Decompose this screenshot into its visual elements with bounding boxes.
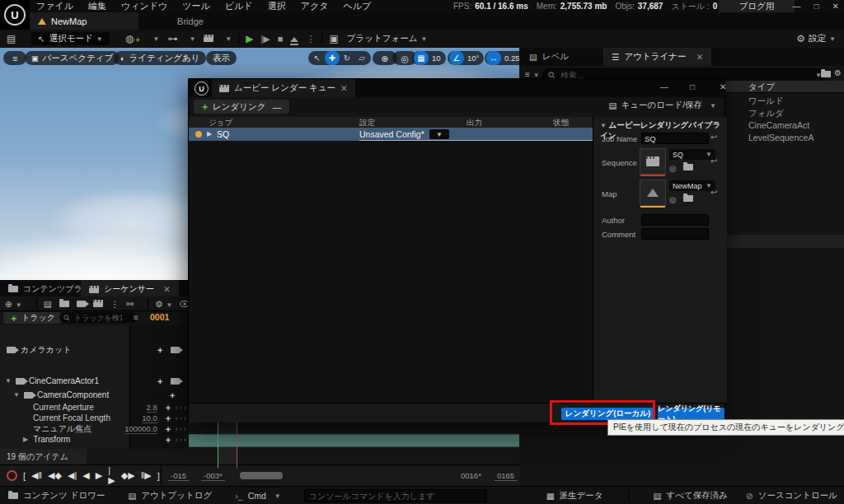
author-input[interactable] [641,214,709,226]
scale-snap-icon[interactable]: ↔ [486,51,501,65]
content-drawer-button[interactable]: コンテンツ ドロワー [8,490,105,502]
job-config-link[interactable]: Unsaved Config* [359,129,424,139]
keyframe-nav[interactable]: ‹◦› [176,414,188,422]
console-command-input[interactable] [304,489,487,502]
track-cameracomponent[interactable]: ▼ CameraComponent ＋ [0,389,188,401]
expander-icon[interactable]: ▶ [23,436,28,443]
reset-icon[interactable]: ↩ [710,133,717,142]
minimize-icon[interactable]: — [793,2,801,11]
step-back-frames-icon[interactable]: ◀‖ [31,470,42,481]
track-manual-focus-distance[interactable]: マニュアル焦点距離 (フ 100000.0 ＋ ‹◦› [0,423,188,434]
queue-job-row[interactable]: ▶ SQ Unsaved Config* ▼ [189,128,593,141]
track-camera-cuts[interactable]: カメラカット ＋ [0,343,188,357]
add-section-icon[interactable]: ＋ [156,376,164,387]
minimize-icon[interactable]: — [660,82,668,91]
add-actor-icon[interactable]: ◍＋ [125,33,141,45]
close-tab-icon[interactable]: ✕ [696,52,703,62]
menu-select[interactable]: 選択 [268,0,286,12]
maximize-icon[interactable]: □ [690,82,695,91]
mrq-tab[interactable]: ムービー レンダー キュー ✕ [212,79,355,97]
record-icon[interactable] [7,470,17,481]
step-forward-icon[interactable]: |▶ [108,465,115,486]
play-reverse-icon[interactable]: ◀ [82,470,89,481]
tab-bridge[interactable]: Bridge [153,12,227,30]
settings-dropdown[interactable]: ⚙ 設定▼ [796,32,836,45]
outliner-settings-gear-icon[interactable]: ⚙ [834,68,842,77]
menu-actor[interactable]: アクタ [301,0,329,12]
menu-tools[interactable]: ツール [182,0,210,12]
expander-icon[interactable]: ▼ [5,377,12,385]
goto-end-icon[interactable]: ] [157,471,160,481]
add-camera-cut-icon[interactable]: ＋ [156,344,164,356]
show-dropdown[interactable]: 表示 [206,51,237,65]
keyframe-nav[interactable]: ‹◦› [176,425,188,433]
step-forward-frames-icon[interactable]: ‖▶ [141,470,152,481]
menu-help[interactable]: ヘルプ [343,0,371,12]
focal-length-value[interactable]: 10.0 [142,413,157,423]
goto-start-icon[interactable]: [ [23,471,26,481]
use-selected-asset-icon[interactable]: ◎ [669,164,677,173]
sequence-thumbnail[interactable] [640,148,666,175]
aperture-value[interactable]: 2.8 [147,403,157,413]
close-tab-icon[interactable]: ✕ [163,284,171,294]
angle-snap-value[interactable]: 10° [464,54,482,63]
add-key-icon[interactable]: ＋ [164,402,172,413]
mrq-titlebar[interactable]: U ムービー レンダー キュー ✕ — □ ✕ [189,79,724,97]
add-key-icon[interactable]: ＋ [164,434,172,446]
tab-sequencer[interactable]: シーケンサー ✕ [81,280,179,298]
cinematics-icon[interactable] [204,33,213,44]
sequence-browse-globe-icon[interactable]: ⊕▼ [5,299,22,309]
add-track-button[interactable]: ＋トラック [3,312,61,324]
derived-data-button[interactable]: ▦ 派生データ [546,490,603,502]
add-render-job-button[interactable]: ＋レンダリング [194,100,272,114]
view-mode-dropdown[interactable]: ◐ ライティングあり [114,51,206,65]
select-tool-icon[interactable]: ↖ [310,51,325,65]
track-current-aperture[interactable]: Current Aperture 2.8 ＋ ‹◦› [0,402,188,413]
expander-icon[interactable]: ▼ [13,391,20,399]
browse-to-asset-icon[interactable] [683,164,693,170]
menu-edit[interactable]: 編集 [88,0,106,12]
keyframe-nav[interactable]: ‹◦› [176,436,188,444]
play-options-kebab-icon[interactable]: ⋮ [306,34,315,44]
add-property-icon[interactable]: ＋ [168,390,176,401]
source-control-button[interactable]: ⊘ ソースコントロール [746,490,837,502]
track-search[interactable] [59,312,137,323]
perspective-dropdown[interactable]: ▣ パースペクティブ [25,51,120,65]
tab-levels[interactable]: ▤ レベル [521,48,577,66]
kebab-icon[interactable]: ⋮ [110,299,120,309]
playback-in-frame[interactable]: 0016* [458,471,484,480]
reset-icon[interactable]: ↩ [710,156,717,166]
scale-snap-value[interactable]: 0.25 [501,54,519,63]
menu-file[interactable]: ファイル [36,0,73,12]
track-search-input[interactable] [73,313,124,323]
current-time-field[interactable]: -003* [201,471,225,481]
hierarchy-icon[interactable]: ⚯ [126,299,134,309]
render-remote-button[interactable]: レンダリング(リモート) [658,408,724,420]
create-camera-icon[interactable] [77,299,86,309]
remove-render-job-button[interactable]: — [265,100,289,114]
grid-snap-value[interactable]: 10 [429,54,444,63]
find-in-content-browser-icon[interactable] [59,299,69,309]
tab-outliner[interactable]: ☰ アウトライナー ✕ [603,48,711,66]
map-dropdown[interactable]: NewMap▼ [669,180,715,191]
scale-tool-icon[interactable]: ▱ [354,51,369,65]
menu-build[interactable]: ビルド [225,0,253,12]
platforms-dropdown[interactable]: プラットフォーム [347,33,418,44]
config-dropdown-icon[interactable]: ▼ [429,129,449,139]
wrench-settings-icon[interactable]: ⚙▼ [155,299,172,309]
unreal-logo-icon[interactable]: U [0,0,30,30]
step-back-icon[interactable]: ◀| [68,470,77,481]
eject-button[interactable] [290,34,298,44]
editor-mode-dropdown[interactable]: ↖ 選択モード▼ [31,32,110,45]
close-icon[interactable]: ✕ [720,82,726,91]
camera-lock-icon[interactable] [171,378,180,385]
add-key-icon[interactable]: ＋ [164,413,172,424]
track-cinecameraactor[interactable]: ▼ CineCameraActor1 ＋ [0,374,188,388]
close-icon[interactable]: ✕ [832,2,839,11]
keyframe-nav[interactable]: ‹◦› [176,404,188,412]
prev-key-icon[interactable]: ◀◆ [48,470,62,481]
comment-input[interactable] [641,228,709,240]
render-movie-icon[interactable] [93,299,103,309]
expander-icon[interactable]: ▶ [207,130,212,138]
play-button[interactable]: ▶ [246,33,253,44]
